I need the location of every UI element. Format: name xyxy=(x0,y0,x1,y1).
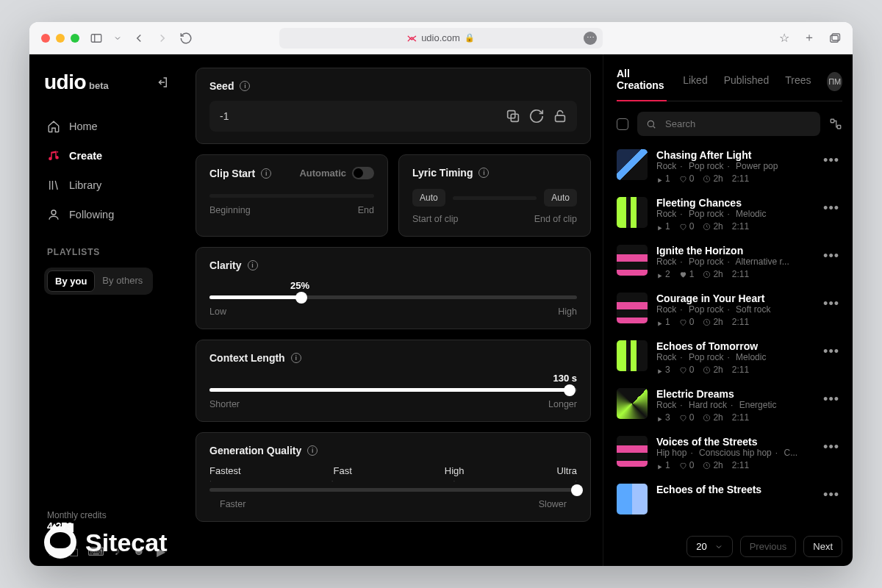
reload-icon[interactable] xyxy=(179,32,193,45)
clip-start-title: Clip Start xyxy=(209,168,255,179)
select-all-checkbox[interactable] xyxy=(617,118,628,130)
lyric-left: Start of clip xyxy=(412,214,459,224)
quality-slider[interactable] xyxy=(209,488,577,492)
reader-icon[interactable]: ⋯ xyxy=(584,32,597,45)
chevron-down-icon xyxy=(714,542,723,551)
song-duration: 2:11 xyxy=(732,412,749,423)
song-more-button[interactable]: ••• xyxy=(820,154,842,167)
song-more-button[interactable]: ••• xyxy=(820,201,842,215)
back-icon[interactable] xyxy=(132,32,146,45)
info-icon[interactable]: i xyxy=(261,168,271,179)
like-count[interactable]: 0 xyxy=(679,412,695,423)
clip-start-right: End xyxy=(358,205,374,215)
clip-start-slider[interactable] xyxy=(209,194,374,198)
nav-home[interactable]: Home xyxy=(40,113,173,140)
song-more-button[interactable]: ••• xyxy=(820,440,842,453)
svg-rect-2 xyxy=(831,35,839,42)
tab-liked[interactable]: Liked xyxy=(683,74,707,95)
twitter-icon[interactable]: 𝕏 xyxy=(47,545,58,557)
window-traffic-lights[interactable] xyxy=(41,34,79,43)
browser-toolbar: ⩙ udio.com 🔒 ⋯ ☆ ＋ xyxy=(29,22,853,54)
copy-icon[interactable] xyxy=(505,108,521,124)
sidebar-toggle-icon[interactable] xyxy=(90,32,103,45)
info-icon[interactable]: i xyxy=(478,168,489,178)
tabs-overview-icon[interactable] xyxy=(828,32,841,45)
info-icon[interactable]: i xyxy=(291,353,301,363)
reddit-icon[interactable]: ☻ xyxy=(133,545,145,557)
like-count[interactable]: 0 xyxy=(679,173,695,184)
tree-view-icon[interactable] xyxy=(829,118,842,131)
play-count: 1 xyxy=(656,317,670,327)
nav-following[interactable]: Following xyxy=(40,201,173,228)
new-tab-icon[interactable]: ＋ xyxy=(803,32,816,45)
song-row[interactable]: Courage in Your HeartRock· Pop rock· Sof… xyxy=(617,290,842,330)
tab-published[interactable]: Published xyxy=(724,74,770,95)
automatic-toggle[interactable] xyxy=(352,167,374,179)
zoom-window-dot[interactable] xyxy=(71,34,79,43)
song-row[interactable]: Electric DreamsRock· Hard rock· Energeti… xyxy=(617,385,842,426)
song-duration: 2:11 xyxy=(732,317,749,327)
song-row[interactable]: Ignite the HorizonRock· Pop rock· Altern… xyxy=(617,242,842,282)
play-count: 3 xyxy=(656,412,670,423)
song-row[interactable]: Echoes of TomorrowRock· Pop rock· Melodi… xyxy=(617,337,842,378)
song-row[interactable]: Fleeting ChancesRock· Pop rock· Melodic1… xyxy=(617,194,842,234)
song-row[interactable]: Chasing After LightRock· Pop rock· Power… xyxy=(617,146,842,187)
next-button[interactable]: Next xyxy=(803,536,842,557)
tiktok-icon[interactable]: ♪ xyxy=(112,545,123,557)
like-count[interactable]: 0 xyxy=(679,317,695,327)
pill-by-others[interactable]: By others xyxy=(95,270,150,292)
primary-nav: Home Create Library Following xyxy=(40,113,173,228)
lyric-end-auto[interactable]: Auto xyxy=(544,189,577,207)
avatar[interactable]: ПМ xyxy=(827,72,842,91)
refresh-icon[interactable] xyxy=(528,108,545,124)
clarity-slider[interactable] xyxy=(209,295,577,299)
song-more-button[interactable]: ••• xyxy=(820,488,842,501)
seed-title: Seed xyxy=(209,80,234,92)
page-size-select[interactable]: 20 xyxy=(686,536,732,557)
library-icon xyxy=(47,179,60,192)
album-art xyxy=(617,436,648,467)
minimize-window-dot[interactable] xyxy=(56,34,65,43)
instagram-icon[interactable]: ◻ xyxy=(68,545,79,557)
tab-trees[interactable]: Trees xyxy=(785,74,811,95)
like-count[interactable]: 1 xyxy=(679,269,695,279)
like-count[interactable]: 0 xyxy=(679,460,695,470)
song-age: 2h xyxy=(703,412,723,423)
context-slider[interactable] xyxy=(209,388,577,392)
song-more-button[interactable]: ••• xyxy=(820,392,842,406)
lock-icon: 🔒 xyxy=(465,33,475,43)
discord-icon[interactable]: ⌨ xyxy=(90,545,101,557)
prev-button[interactable]: Previous xyxy=(740,536,797,557)
song-age: 2h xyxy=(703,269,723,279)
info-icon[interactable]: i xyxy=(248,260,258,270)
lock-open-icon[interactable] xyxy=(552,108,568,124)
info-icon[interactable]: i xyxy=(307,445,318,456)
song-row[interactable]: Echoes of the Streets••• xyxy=(617,481,842,517)
song-row[interactable]: Voices of the StreetsHip hop· Conscious … xyxy=(617,433,842,473)
youtube-icon[interactable]: ▶ xyxy=(155,545,166,557)
seed-input[interactable] xyxy=(218,110,498,123)
like-count[interactable]: 0 xyxy=(679,221,695,232)
address-bar[interactable]: ⩙ udio.com 🔒 ⋯ xyxy=(279,28,603,49)
tab-all[interactable]: All Creations xyxy=(617,68,667,101)
nav-create[interactable]: Create xyxy=(40,143,173,169)
bookmark-star-icon[interactable]: ☆ xyxy=(778,32,791,45)
pill-by-you[interactable]: By you xyxy=(47,270,95,292)
lyric-start-auto[interactable]: Auto xyxy=(412,189,445,207)
collapse-sidebar-icon[interactable] xyxy=(156,76,169,92)
play-count: 3 xyxy=(656,365,670,375)
song-more-button[interactable]: ••• xyxy=(820,249,842,262)
nav-library[interactable]: Library xyxy=(40,172,173,198)
search-input[interactable] xyxy=(664,118,811,130)
song-more-button[interactable]: ••• xyxy=(820,345,842,358)
like-count[interactable]: 0 xyxy=(679,365,695,375)
heart-icon xyxy=(679,175,687,183)
play-count: 1 xyxy=(656,221,670,232)
chevron-down-icon[interactable] xyxy=(113,32,122,45)
song-more-button[interactable]: ••• xyxy=(820,297,842,310)
close-window-dot[interactable] xyxy=(41,34,50,43)
info-icon[interactable]: i xyxy=(240,81,250,91)
clip-start-card: Clip Starti Automatic BeginningEnd xyxy=(196,154,388,237)
svg-marker-21 xyxy=(658,273,662,278)
lyric-slider[interactable] xyxy=(453,196,537,200)
